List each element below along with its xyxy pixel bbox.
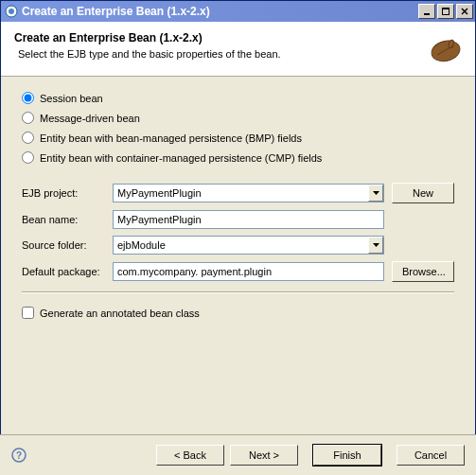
title-bar: Create an Enterprise Bean (1.x-2.x) xyxy=(1,1,475,22)
bean-name-input[interactable] xyxy=(113,210,384,229)
bean-icon xyxy=(428,31,464,67)
wizard-content: Session bean Message-driven bean Entity … xyxy=(1,77,475,326)
svg-marker-10 xyxy=(373,243,379,247)
radio-bmp-input[interactable] xyxy=(22,132,34,144)
separator xyxy=(22,291,454,293)
next-button[interactable]: Next > xyxy=(230,445,298,466)
finish-button[interactable]: Finish xyxy=(313,445,381,466)
help-icon[interactable]: ? xyxy=(11,448,26,463)
close-button[interactable] xyxy=(456,4,473,19)
bean-type-group: Session bean Message-driven bean Entity … xyxy=(22,92,454,164)
radio-message-driven-bean[interactable]: Message-driven bean xyxy=(22,112,454,124)
default-package-input[interactable] xyxy=(113,262,384,281)
radio-cmp-entity-bean[interactable]: Entity bean with container-managed persi… xyxy=(22,151,454,164)
generate-annotated-label: Generate an annotated bean class xyxy=(40,308,200,319)
cancel-button[interactable]: Cancel xyxy=(397,445,465,466)
chevron-down-icon[interactable] xyxy=(368,185,383,202)
svg-rect-4 xyxy=(442,8,450,9)
radio-session-bean[interactable]: Session bean xyxy=(22,92,454,104)
back-button[interactable]: < Back xyxy=(156,445,224,466)
radio-cmp-input[interactable] xyxy=(22,151,34,164)
wizard-banner: Create an Enterprise Bean (1.x-2.x) Sele… xyxy=(1,22,475,77)
svg-point-7 xyxy=(430,38,463,64)
generate-annotated-input[interactable] xyxy=(22,307,34,319)
window-buttons xyxy=(416,4,473,19)
minimize-button[interactable] xyxy=(418,4,435,19)
svg-point-1 xyxy=(9,9,14,14)
bean-name-label: Bean name: xyxy=(22,214,113,225)
radio-mdb-input[interactable] xyxy=(22,112,34,124)
radio-cmp-label: Entity bean with container-managed persi… xyxy=(40,152,322,164)
app-icon xyxy=(5,5,18,18)
default-package-label: Default package: xyxy=(22,266,113,277)
source-folder-label: Source folder: xyxy=(22,239,113,251)
maximize-button[interactable] xyxy=(437,4,454,19)
svg-rect-2 xyxy=(424,13,430,15)
browse-button[interactable]: Browse... xyxy=(392,261,454,282)
source-folder-combo[interactable]: ejbModule xyxy=(113,236,384,255)
wizard-footer: ? < Back Next > Finish Cancel xyxy=(0,434,476,475)
banner-title: Create an Enterprise Bean (1.x-2.x) xyxy=(14,31,428,44)
ejb-project-value: MyPaymentPlugin xyxy=(114,187,368,199)
chevron-down-icon[interactable] xyxy=(368,237,383,254)
radio-mdb-label: Message-driven bean xyxy=(40,113,140,124)
radio-session-input[interactable] xyxy=(22,92,34,104)
ejb-project-combo[interactable]: MyPaymentPlugin xyxy=(113,184,384,202)
radio-bmp-label: Entity bean with bean-managed persistenc… xyxy=(40,132,302,144)
radio-bmp-entity-bean[interactable]: Entity bean with bean-managed persistenc… xyxy=(22,132,454,144)
source-folder-value: ejbModule xyxy=(114,239,368,251)
banner-subtitle: Select the EJB type and the basic proper… xyxy=(18,48,428,60)
generate-annotated-checkbox[interactable]: Generate an annotated bean class xyxy=(22,307,454,319)
svg-text:?: ? xyxy=(16,450,22,461)
radio-session-label: Session bean xyxy=(40,93,103,104)
new-project-button[interactable]: New xyxy=(392,183,454,203)
window-title: Create an Enterprise Bean (1.x-2.x) xyxy=(22,5,416,18)
ejb-project-label: EJB project: xyxy=(22,187,113,199)
svg-marker-9 xyxy=(373,191,379,195)
